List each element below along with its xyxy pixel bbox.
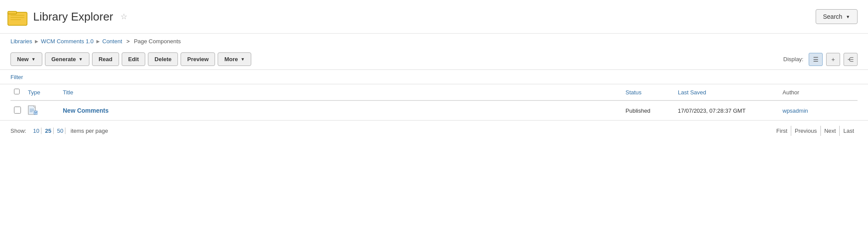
row-last-saved: 17/07/2023, 07:28:37 GMT [678, 107, 745, 114]
th-checkbox [10, 84, 24, 100]
th-status[interactable]: Status [622, 84, 674, 100]
search-dropdown-icon: ▼ [846, 14, 850, 19]
toolbar-buttons: New ▼ Generate ▼ Read Edit Delete Previe… [10, 52, 251, 66]
pagination-nav: First Previous Next Last [773, 126, 858, 136]
delete-button-label: Delete [154, 56, 171, 62]
more-button[interactable]: More ▼ [218, 52, 251, 66]
display-tree-button[interactable]: ⋲ [844, 53, 858, 66]
row-type-cell [24, 100, 59, 120]
read-button-label: Read [99, 56, 113, 62]
content-table-container: Type Title Status Last Saved Author [0, 84, 868, 120]
svg-rect-3 [10, 17, 24, 18]
row-status-cell: Published [622, 100, 674, 120]
svg-rect-9 [34, 111, 38, 114]
read-button[interactable]: Read [92, 52, 119, 66]
filter-section: Filter [0, 70, 868, 84]
row-author-cell: wpsadmin [779, 100, 858, 120]
breadcrumb-page-components: Page Components [134, 38, 181, 45]
page-footer: Show: 10 25 50 items per page First Prev… [0, 120, 868, 141]
list-view-icon: ☰ [813, 56, 819, 63]
app-title: Library Explorer [33, 10, 113, 24]
svg-rect-4 [10, 19, 21, 20]
th-author: Author [779, 84, 858, 100]
page-size-50[interactable]: 50 [55, 128, 65, 134]
document-type-icon [28, 105, 38, 116]
th-title[interactable]: Title [59, 84, 622, 100]
delete-button[interactable]: Delete [148, 52, 178, 66]
generate-button[interactable]: Generate ▼ [45, 52, 89, 66]
pagination-size-controls: Show: 10 25 50 items per page [10, 128, 108, 134]
page-size-25[interactable]: 25 [43, 128, 53, 134]
search-button[interactable]: Search ▼ [816, 9, 858, 24]
row-status: Published [625, 107, 650, 114]
new-dropdown-icon: ▼ [31, 57, 36, 62]
new-button[interactable]: New ▼ [10, 52, 42, 66]
toolbar: New ▼ Generate ▼ Read Edit Delete Previe… [0, 49, 868, 70]
show-label: Show: [10, 128, 26, 134]
breadcrumb-wcm-comments[interactable]: WCM Comments 1.0 [41, 38, 94, 45]
display-add-button[interactable]: + [826, 53, 840, 66]
filter-link[interactable]: Filter [10, 74, 23, 80]
generate-button-label: Generate [51, 56, 76, 62]
search-button-label: Search [823, 13, 842, 20]
more-dropdown-icon: ▼ [241, 57, 245, 62]
th-type[interactable]: Type [24, 84, 59, 100]
page-size-10[interactable]: 10 [31, 128, 41, 134]
last-page-link[interactable]: Last [840, 126, 858, 136]
row-last-saved-cell: 17/07/2023, 07:28:37 GMT [674, 100, 779, 120]
svg-rect-1 [8, 11, 17, 14]
display-list-button[interactable]: ☰ [809, 53, 823, 66]
new-button-label: New [17, 56, 29, 62]
row-title-cell: New Comments [59, 100, 622, 120]
previous-page-link[interactable]: Previous [791, 126, 821, 136]
app-icon [7, 6, 28, 27]
display-label: Display: [783, 56, 803, 62]
select-all-checkbox[interactable] [14, 89, 20, 94]
preview-button[interactable]: Preview [181, 52, 215, 66]
tree-view-icon: ⋲ [847, 56, 854, 63]
table-row: New Comments Published 17/07/2023, 07:28… [10, 100, 858, 120]
edit-button-label: Edit [128, 56, 139, 62]
first-page-link[interactable]: First [773, 126, 791, 136]
th-last-saved[interactable]: Last Saved [674, 84, 779, 100]
breadcrumb-arrow: > [125, 38, 131, 45]
next-page-link[interactable]: Next [821, 126, 840, 136]
breadcrumb: Libraries ▶ WCM Comments 1.0 ▶ Content >… [0, 34, 868, 49]
content-table: Type Title Status Last Saved Author [10, 84, 858, 120]
preview-button-label: Preview [187, 56, 208, 62]
breadcrumb-sep-2: ▶ [96, 39, 100, 44]
more-button-label: More [224, 56, 238, 62]
row-select-checkbox[interactable] [14, 107, 21, 114]
star-icon[interactable]: ☆ [120, 12, 127, 21]
author-link[interactable]: wpsadmin [783, 107, 808, 114]
svg-rect-2 [10, 15, 24, 16]
per-page-label: items per page [71, 128, 108, 134]
app-header: Library Explorer ☆ Search ▼ [0, 0, 868, 34]
breadcrumb-libraries[interactable]: Libraries [10, 38, 32, 45]
item-title-link[interactable]: New Comments [63, 107, 109, 114]
svg-rect-8 [30, 111, 33, 112]
breadcrumb-content[interactable]: Content [103, 38, 123, 45]
display-controls: Display: ☰ + ⋲ [783, 53, 858, 66]
row-checkbox-cell [10, 100, 24, 120]
generate-dropdown-icon: ▼ [79, 57, 83, 62]
svg-rect-6 [30, 109, 34, 110]
header-left: Library Explorer ☆ [7, 6, 127, 27]
edit-button[interactable]: Edit [122, 52, 146, 66]
svg-rect-7 [30, 110, 34, 111]
add-view-icon: + [831, 56, 835, 63]
breadcrumb-sep-1: ▶ [35, 39, 38, 44]
table-header-row: Type Title Status Last Saved Author [10, 84, 858, 100]
